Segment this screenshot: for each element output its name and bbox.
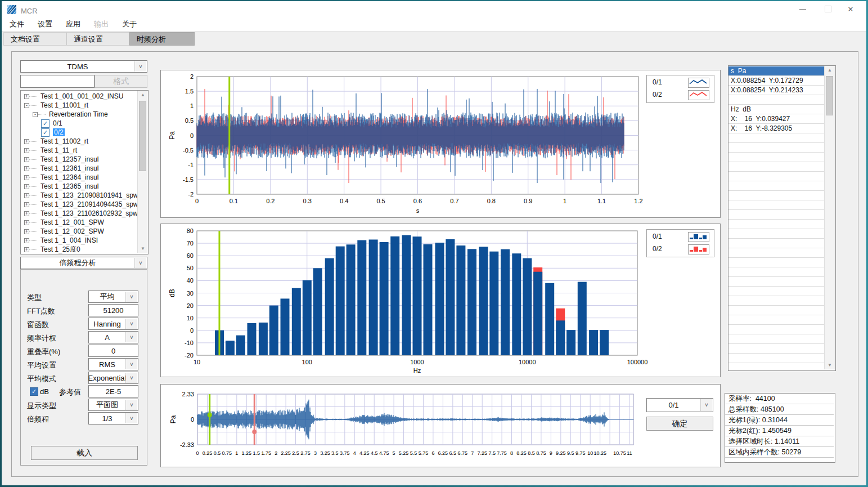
chevron-down-icon[interactable]: ˅	[125, 292, 137, 302]
setting-fft-points-input[interactable]: 51200	[88, 304, 138, 316]
tree-item[interactable]: -Test 1_11001_rt	[21, 101, 137, 110]
expand-icon[interactable]: +	[24, 94, 29, 99]
tree-item-label[interactable]: Test 1_12_002_SPW	[41, 227, 104, 235]
readout-row[interactable]	[728, 200, 824, 210]
setting-octave-fraction-select[interactable]: 1/3˅	[88, 412, 138, 425]
readout-row[interactable]	[728, 306, 824, 315]
setting-overlap-percent-input[interactable]: 0	[88, 345, 138, 357]
tree-item[interactable]: +Test 1_123_211026102932_spw	[21, 209, 137, 218]
setting-average-mode-select[interactable]: Exponential˅	[88, 372, 138, 384]
octave-spectrum-chart[interactable]: -20-100102030405060708010100100010000100…	[161, 224, 719, 376]
tab-channel-settings[interactable]: 通道设置	[66, 32, 129, 46]
legend-item-0-1[interactable]: 0/1	[647, 76, 713, 88]
chevron-down-icon[interactable]: ˅	[125, 359, 137, 369]
readout-row[interactable]	[728, 229, 824, 239]
readout-row[interactable]: X: 16 Y:0.039427	[728, 114, 824, 124]
tree-item[interactable]: +Test 1_1_004_INSI	[21, 236, 137, 245]
chevron-down-icon[interactable]: ˅	[700, 399, 712, 411]
legend-item-0-2[interactable]: 0/2	[647, 243, 713, 255]
readout-scrollbar-thumb[interactable]	[826, 76, 833, 115]
expand-icon[interactable]: +	[24, 211, 29, 216]
time-waveform-chart[interactable]: -2-1.5-1-0.500.511.5200.10.20.30.40.50.6…	[161, 70, 719, 216]
load-button[interactable]: 载入	[31, 446, 138, 460]
readout-row[interactable]	[728, 133, 824, 143]
readout-row[interactable]	[728, 258, 824, 267]
scroll-down-icon[interactable]: ▼	[825, 361, 835, 369]
readout-row[interactable]	[728, 344, 824, 354]
chevron-down-icon[interactable]: ˅	[125, 400, 137, 410]
expand-icon[interactable]: +	[24, 193, 29, 198]
tree-item-label[interactable]: Test 1_123_211026102932_spw	[41, 209, 138, 217]
chevron-down-icon[interactable]: ˅	[125, 319, 137, 329]
setting-frequency-weighting-select[interactable]: A˅	[88, 331, 138, 343]
tree-item-label[interactable]: Test 1_001_001_002_INSU	[41, 92, 123, 100]
channel-checkbox[interactable]: ✓	[41, 128, 50, 137]
tree-item-label[interactable]: Test 1_12_001_SPW	[41, 218, 104, 226]
tree-item[interactable]: +Test 1_123_210914094435_spw	[21, 200, 137, 209]
tree-item[interactable]: ✓0/2	[21, 128, 137, 137]
readout-row[interactable]	[728, 191, 824, 200]
readout-row[interactable]	[728, 296, 824, 306]
channel-checkbox[interactable]: ✓	[41, 119, 50, 128]
tree-item-label[interactable]: Test 1_11001_rt	[41, 101, 88, 109]
readout-row[interactable]	[728, 239, 824, 248]
readout-row[interactable]	[728, 172, 824, 181]
tree-item[interactable]: +Test 1_25度0	[21, 245, 137, 254]
format-button[interactable]: 格式	[95, 75, 147, 88]
tree-item[interactable]: +Test 1_12361_insul	[21, 164, 137, 173]
tree-item[interactable]: -Reverberation Time	[21, 110, 137, 119]
chevron-down-icon[interactable]: ˅	[134, 258, 146, 268]
expand-icon[interactable]: +	[24, 139, 29, 144]
tree-item-label[interactable]: Test 1_12361_insul	[41, 164, 98, 172]
collapse-icon[interactable]: -	[24, 103, 29, 108]
menu-item-application[interactable]: 应用	[66, 19, 80, 29]
tree-item[interactable]: +Test 1_11_rt	[21, 146, 137, 155]
readout-row[interactable]	[728, 95, 824, 105]
filter-input[interactable]	[20, 75, 95, 88]
format-type-select[interactable]: TDMS ˅	[20, 60, 147, 73]
expand-icon[interactable]: +	[24, 175, 29, 180]
tree-item-label[interactable]: 0/2	[53, 128, 65, 136]
tree-item[interactable]: +Test 1_12_001_SPW	[21, 218, 137, 227]
tree-item-label[interactable]: Test 1_123_210908101941_spw	[41, 191, 138, 199]
readout-row[interactable]	[728, 162, 824, 172]
tree-item-label[interactable]: Reverberation Time	[49, 110, 108, 118]
confirm-button[interactable]: 确定	[646, 417, 713, 431]
readout-row[interactable]	[728, 153, 824, 162]
setting-window-function-select[interactable]: Hanning˅	[88, 318, 138, 330]
setting-type-select[interactable]: 平均˅	[88, 291, 138, 303]
tree-item-label[interactable]: Test 1_123_210914094435_spw	[41, 200, 138, 208]
readout-row[interactable]: X:0.088254 Y:0.172729	[728, 76, 824, 86]
readout-row[interactable]: Hz dB	[728, 105, 824, 114]
scroll-up-icon[interactable]: ▲	[825, 66, 835, 74]
expand-icon[interactable]: +	[24, 166, 29, 171]
readout-row[interactable]	[728, 287, 824, 296]
legend-item-0-1[interactable]: 0/1	[647, 230, 713, 243]
scroll-up-icon[interactable]: ▲	[138, 91, 148, 99]
readout-row[interactable]: X: 16 Y:-8.329305	[728, 124, 824, 133]
tree-scrollbar[interactable]: ▲ ▼	[137, 91, 148, 253]
expand-icon[interactable]: +	[24, 184, 29, 189]
readout-row[interactable]	[728, 277, 824, 287]
legend-item-0-2[interactable]: 0/2	[647, 88, 713, 101]
readout-row[interactable]	[728, 315, 824, 325]
expand-icon[interactable]: +	[24, 148, 29, 153]
chevron-down-icon[interactable]: ˅	[134, 61, 146, 72]
tree-item[interactable]: +Test 1_123_210908101941_spw	[21, 191, 137, 200]
readout-row[interactable]	[728, 334, 824, 344]
expand-icon[interactable]: +	[24, 247, 29, 252]
readout-row[interactable]: s Pa	[728, 66, 824, 76]
collapse-icon[interactable]: -	[33, 112, 38, 117]
readout-row[interactable]	[728, 267, 824, 277]
readout-row[interactable]	[728, 325, 824, 334]
expand-icon[interactable]: +	[24, 157, 29, 162]
setting-db-reference-input[interactable]: 2E-5	[88, 385, 138, 397]
readout-scrollbar[interactable]: ▲ ▼	[824, 66, 835, 369]
expand-icon[interactable]: +	[24, 220, 29, 225]
scroll-down-icon[interactable]: ▼	[138, 244, 148, 253]
readout-row[interactable]: X:0.088254 Y:0.214233	[728, 86, 824, 95]
db-checkbox[interactable]: ✓	[30, 387, 38, 396]
tree-item-label[interactable]: 0/1	[53, 119, 62, 127]
tree-item[interactable]: +Test 1_001_001_002_INSU	[21, 92, 137, 101]
close-button[interactable]: ✕	[841, 2, 860, 16]
